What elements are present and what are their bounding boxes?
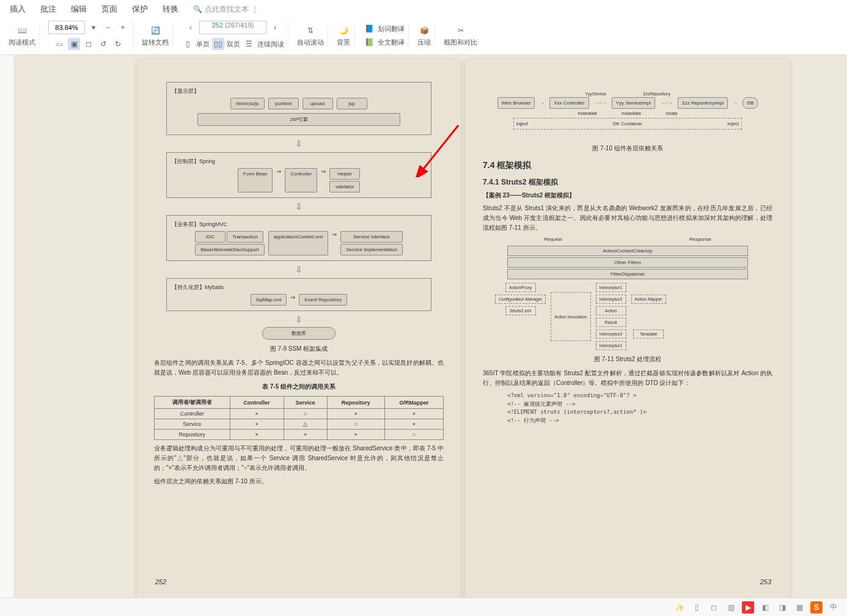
more-icon: ⋮: [251, 5, 258, 13]
status-view3-icon[interactable]: ▥: [725, 601, 737, 614]
word-translate-icon[interactable]: 📘: [363, 23, 375, 35]
toolbar: 插入 批注 编辑 页面 保护 转换 🔍 点此查找文本 ⋮ 📖 阅读模式 ▾ − …: [0, 0, 847, 55]
status-view1-icon[interactable]: ▯: [691, 601, 703, 614]
business-layer: 【业务层】SpringMVC IOCTransaction BaseHibern…: [166, 215, 431, 261]
control-layer: 【控制层】Spring Form Bean⇒ Controller⇒ Helpe…: [166, 152, 431, 198]
db-box: 数据库: [262, 327, 336, 340]
status-ai-icon[interactable]: ✨: [673, 601, 686, 614]
page-253: YyyServiceZzzRepository Web Browser→ Xxx…: [466, 60, 790, 598]
page-number: 253: [760, 578, 771, 585]
body-text: 组件层次之间的依赖关系如图 7-10 所示。: [154, 477, 444, 486]
fig-caption: 图 7-9 SSM 框架集成: [154, 345, 444, 353]
screenshot-icon[interactable]: ✂: [455, 24, 467, 37]
section-title: 7.4 框架模拟: [483, 160, 772, 171]
status-view2-icon[interactable]: ◻: [708, 601, 720, 614]
code-block: <?xml version="1.0" encoding="UTF-8"? > …: [507, 392, 772, 425]
auto-scroll-label: 自动滚动: [297, 38, 324, 47]
menu-page[interactable]: 页面: [101, 4, 117, 15]
display-layer: 【显示层】 html/css/js poi/itext upload jsp J…: [166, 82, 431, 135]
status-tool1-icon[interactable]: ◧: [759, 601, 771, 614]
left-sidebar: [0, 55, 15, 598]
rotate-right-icon[interactable]: ↻: [112, 38, 124, 50]
compress-label: 压缩: [417, 38, 431, 47]
down-arrow-icon: ⇩: [155, 139, 442, 148]
tool-row: 📖 阅读模式 ▾ − + ▭ ▣ ◻ ↺ ↻ 🔄 旋转文档 ‹: [0, 18, 847, 53]
table-7-5: 调用者/被调用者ControllerServiceRepositoryO/RMa…: [154, 396, 444, 440]
status-lang-icon[interactable]: 中: [827, 601, 840, 614]
diagram-box: jsp: [337, 98, 367, 109]
menu-edit[interactable]: 编辑: [71, 4, 87, 15]
read-mode-label: 阅读模式: [9, 38, 35, 47]
pages-container: 【显示层】 html/css/js poi/itext upload jsp J…: [15, 55, 847, 598]
zoom-dropdown-icon[interactable]: ▾: [87, 21, 100, 34]
status-play-icon[interactable]: ▶: [742, 601, 754, 614]
screenshot-label: 截图和对比: [444, 38, 477, 47]
zoom-out-icon[interactable]: −: [102, 21, 114, 34]
zoom-input[interactable]: [48, 21, 85, 34]
next-page-icon[interactable]: ›: [269, 21, 281, 34]
page-252: 【显示层】 html/css/js poi/itext upload jsp J…: [137, 60, 461, 598]
diagram-box: poi/itext: [268, 98, 299, 109]
diagram-box: JSP引擎: [197, 113, 401, 126]
diagram-box: upload: [302, 98, 333, 109]
down-arrow-icon: ⇩: [155, 202, 442, 211]
menu-bar: 插入 批注 编辑 页面 保护 转换 🔍 点此查找文本 ⋮: [0, 0, 847, 18]
page-number: 252: [155, 578, 166, 585]
actual-size-icon[interactable]: ◻: [82, 38, 95, 50]
search-box[interactable]: 🔍 点此查找文本 ⋮: [193, 4, 258, 15]
search-placeholder: 点此查找文本: [205, 4, 249, 15]
status-tool2-icon[interactable]: ◨: [776, 601, 788, 614]
zoom-in-icon[interactable]: +: [117, 21, 129, 34]
fig-caption: 图 7-11 Struts2 处理流程: [483, 355, 772, 364]
rotate-doc-icon[interactable]: 🔄: [149, 24, 161, 37]
continuous-icon[interactable]: ☰: [243, 38, 255, 50]
fig-caption: 图 7-10 组件各层依赖关系: [483, 144, 772, 153]
status-bar: ✨ ▯ ◻ ▥ ▶ ◧ ◨ ▦ S 中: [0, 598, 847, 616]
menu-annotate[interactable]: 批注: [40, 4, 56, 15]
document-viewer: 【显示层】 html/css/js poi/itext upload jsp J…: [0, 55, 847, 598]
single-page-icon[interactable]: ▯: [182, 38, 194, 50]
background-icon[interactable]: 🌙: [337, 24, 350, 37]
menu-convert[interactable]: 转换: [163, 4, 178, 15]
diagram-box: html/css/js: [230, 98, 264, 109]
auto-scroll-icon[interactable]: ⇅: [304, 24, 317, 37]
prev-page-icon[interactable]: ‹: [185, 21, 197, 34]
down-arrow-icon: ⇩: [155, 315, 442, 324]
read-mode-icon[interactable]: 📖: [16, 24, 28, 37]
flow-diagram-7-10: YyyServiceZzzRepository Web Browser→ Xxx…: [483, 84, 772, 138]
down-arrow-icon: ⇩: [155, 265, 442, 274]
table-caption: 表 7-5 组件之间的调用关系: [154, 383, 444, 391]
struts-diagram: RequestResponse ActionContextCleanUp Oth…: [483, 237, 772, 350]
menu-protect[interactable]: 保护: [132, 4, 148, 15]
double-page-icon[interactable]: ▯▯: [212, 38, 224, 50]
body-text: 各层组件之间的调用关系见表 7-5。多个 SpringIOC 容器之间可以设置为…: [154, 358, 444, 378]
background-label: 背景: [337, 38, 350, 47]
rotate-label: 旋转文档: [142, 38, 169, 47]
fit-page-icon[interactable]: ▣: [68, 38, 80, 50]
search-icon: 🔍: [193, 5, 202, 13]
body-text: Struts2 不是从 Struts1 演化来的，而是从大名鼎鼎的 Webwor…: [483, 204, 772, 233]
menu-insert[interactable]: 插入: [10, 4, 26, 15]
status-tool3-icon[interactable]: ▦: [793, 601, 805, 614]
compress-icon[interactable]: 📦: [418, 24, 430, 37]
body-text: 365IT 学院模拟的主要功能有 Struts2 配置文件解析，通过拦截器链实现…: [483, 369, 772, 388]
persist-layer: 【持久化层】Mybatis SqlMap.xml⇒ Event Reposito…: [166, 278, 431, 311]
case-title: 【案例 23——Struts2 框架模拟】: [483, 191, 772, 200]
rotate-left-icon[interactable]: ↺: [97, 38, 109, 50]
fit-width-icon[interactable]: ▭: [53, 38, 65, 50]
page-input[interactable]: 252 (267/419): [199, 21, 266, 34]
subsection-title: 7.4.1 Struts2 框架模拟: [483, 177, 772, 188]
body-text: 业务逻辑处理构成分为可重用与不可重用的处理，可重用的处理一般放在 SharedS…: [154, 444, 444, 473]
full-translate-icon[interactable]: 📗: [363, 36, 375, 48]
status-s-icon[interactable]: S: [810, 601, 823, 614]
